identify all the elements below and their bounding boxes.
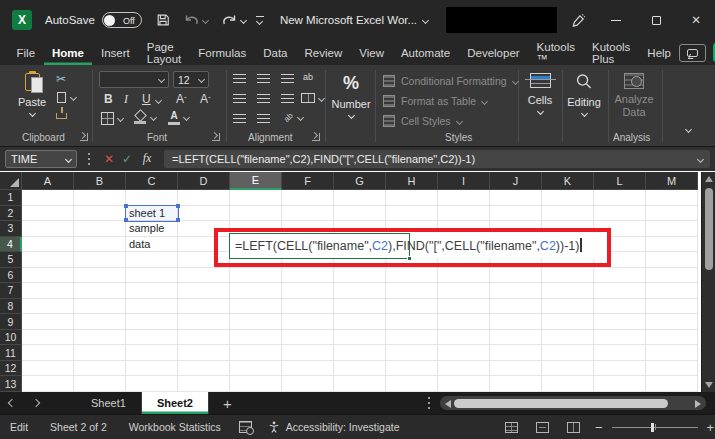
- undo-dropdown-icon[interactable]: [202, 16, 209, 23]
- column-header-e[interactable]: E: [230, 172, 282, 190]
- cell-E8[interactable]: [230, 299, 282, 315]
- cell-M12[interactable]: [646, 361, 698, 377]
- save-icon[interactable]: [156, 13, 170, 27]
- row-header-10[interactable]: 10: [0, 330, 22, 346]
- add-sheet-button[interactable]: +: [209, 392, 246, 414]
- cell-I9[interactable]: [438, 314, 490, 330]
- cell-E13[interactable]: [230, 376, 282, 392]
- cell-E6[interactable]: [230, 268, 282, 284]
- cell-J8[interactable]: [490, 299, 542, 315]
- wrap-text-button[interactable]: ab: [303, 72, 313, 82]
- row-header-4[interactable]: 4: [0, 237, 22, 253]
- column-header-g[interactable]: G: [334, 172, 386, 190]
- cell-B12[interactable]: [74, 361, 126, 377]
- cell-K1[interactable]: [542, 190, 594, 206]
- row-header-13[interactable]: 13: [0, 376, 22, 392]
- cell-L9[interactable]: [594, 314, 646, 330]
- next-sheet-button[interactable]: [24, 392, 48, 414]
- scroll-down-icon[interactable]: [705, 382, 713, 388]
- fill-color-button[interactable]: [133, 111, 156, 124]
- cell-K12[interactable]: [542, 361, 594, 377]
- decrease-indent-button[interactable]: [233, 114, 246, 123]
- cell-F10[interactable]: [282, 330, 334, 346]
- cell-B4[interactable]: [74, 237, 126, 253]
- cell-F12[interactable]: [282, 361, 334, 377]
- cell-D12[interactable]: [178, 361, 230, 377]
- orientation-button[interactable]: ab: [284, 113, 303, 122]
- cell-C10[interactable]: [126, 330, 178, 346]
- cell-D13[interactable]: [178, 376, 230, 392]
- tab-kutools[interactable]: Kutools ™: [528, 40, 583, 65]
- cell-J12[interactable]: [490, 361, 542, 377]
- cell-L1[interactable]: [594, 190, 646, 206]
- undo-button[interactable]: [184, 14, 208, 26]
- cell-A9[interactable]: [22, 314, 74, 330]
- row-header-3[interactable]: 3: [0, 221, 22, 237]
- align-top-button[interactable]: [233, 74, 246, 83]
- workbook-statistics-button[interactable]: Workbook Statistics: [129, 421, 221, 433]
- align-center-button[interactable]: [257, 94, 270, 103]
- cell-L7[interactable]: [594, 283, 646, 299]
- column-header-f[interactable]: F: [282, 172, 334, 190]
- comments-button[interactable]: [679, 44, 706, 62]
- cell-I1[interactable]: [438, 190, 490, 206]
- row-header-12[interactable]: 12: [0, 361, 22, 377]
- cell-I2[interactable]: [438, 206, 490, 222]
- cell-G13[interactable]: [334, 376, 386, 392]
- font-name-combo[interactable]: [99, 71, 169, 88]
- tab-review[interactable]: Review: [296, 40, 351, 65]
- cell-B3[interactable]: [74, 221, 126, 237]
- cell-J13[interactable]: [490, 376, 542, 392]
- cell-G11[interactable]: [334, 345, 386, 361]
- cell-D11[interactable]: [178, 345, 230, 361]
- cell-C12[interactable]: [126, 361, 178, 377]
- page-layout-view-icon[interactable]: [536, 422, 549, 433]
- cell-I13[interactable]: [438, 376, 490, 392]
- row-header-8[interactable]: 8: [0, 299, 22, 315]
- close-button[interactable]: ✕: [678, 0, 714, 40]
- cell-H13[interactable]: [386, 376, 438, 392]
- cell-H2[interactable]: [386, 206, 438, 222]
- expand-formula-bar-icon[interactable]: [697, 155, 704, 162]
- cell-C3[interactable]: sample: [126, 221, 178, 237]
- tab-scrollbar-divider[interactable]: [428, 397, 430, 409]
- tab-help[interactable]: Help: [639, 40, 680, 65]
- cell-J10[interactable]: [490, 330, 542, 346]
- autosave-toggle[interactable]: Off: [102, 12, 142, 28]
- tab-home[interactable]: Home: [44, 40, 93, 65]
- cell-K7[interactable]: [542, 283, 594, 299]
- cell-K11[interactable]: [542, 345, 594, 361]
- cell-M6[interactable]: [646, 268, 698, 284]
- cell-K10[interactable]: [542, 330, 594, 346]
- cell-M1[interactable]: [646, 190, 698, 206]
- title-dropdown-icon[interactable]: [422, 16, 429, 23]
- minimize-button[interactable]: [598, 0, 634, 40]
- cell-L10[interactable]: [594, 330, 646, 346]
- cell-K2[interactable]: [542, 206, 594, 222]
- cell-L11[interactable]: [594, 345, 646, 361]
- cell-D10[interactable]: [178, 330, 230, 346]
- cell-G9[interactable]: [334, 314, 386, 330]
- cell-D6[interactable]: [178, 268, 230, 284]
- format-painter-button[interactable]: [56, 113, 67, 119]
- cell-A7[interactable]: [22, 283, 74, 299]
- customize-quick-access-toolbar-button[interactable]: [256, 16, 264, 24]
- cell-C5[interactable]: [126, 252, 178, 268]
- italic-button[interactable]: I: [124, 92, 128, 107]
- cell-F2[interactable]: [282, 206, 334, 222]
- tab-insert[interactable]: Insert: [92, 40, 138, 65]
- document-title[interactable]: New Microsoft Excel Wor...: [280, 14, 417, 26]
- tab-page-layout[interactable]: Page Layout: [138, 40, 190, 65]
- cell-H8[interactable]: [386, 299, 438, 315]
- cell-H9[interactable]: [386, 314, 438, 330]
- cell-J1[interactable]: [490, 190, 542, 206]
- row-header-1[interactable]: 1: [0, 190, 22, 206]
- cell-F9[interactable]: [282, 314, 334, 330]
- cell-G7[interactable]: [334, 283, 386, 299]
- tab-view[interactable]: View: [351, 40, 393, 65]
- cell-H7[interactable]: [386, 283, 438, 299]
- font-dialog-launcher-icon[interactable]: [212, 133, 220, 141]
- cell-M2[interactable]: [646, 206, 698, 222]
- vertical-scroll-thumb[interactable]: [705, 188, 713, 270]
- cell-G1[interactable]: [334, 190, 386, 206]
